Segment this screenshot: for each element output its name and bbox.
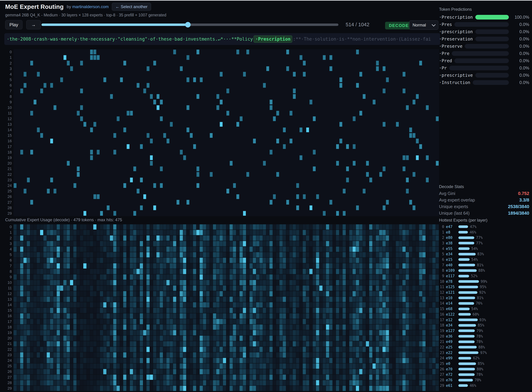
expert-usage-bar xyxy=(458,384,468,387)
layer-number: 6 xyxy=(439,257,444,262)
cumulative-heatmap-label: Cumulative Expert Usage (decode) · 479 t… xyxy=(5,217,122,222)
prediction-percent: 0.0% xyxy=(511,37,529,42)
hottest-experts-title: Hottest Experts (per layer) xyxy=(439,218,487,223)
expert-usage-percent: 77% xyxy=(476,236,483,240)
layer-row-label: 23 xyxy=(2,353,12,357)
routing-heatmap[interactable] xyxy=(14,49,439,216)
model-subtitle: gemma4 26B Q4_K - Medium · 30 layers × 1… xyxy=(5,13,166,18)
layer-row-label: 15 xyxy=(2,133,12,138)
layer-row-label: 4 xyxy=(2,72,12,77)
expert-usage-bar xyxy=(458,324,476,327)
hottest-expert-row: 18e3485% xyxy=(439,322,529,328)
expert-id: e68 xyxy=(446,307,458,311)
stat-label: Avg expert overlap xyxy=(439,198,475,203)
layer-row-label: 14 xyxy=(2,128,12,132)
timeline-slider[interactable] xyxy=(42,23,338,26)
hottest-expert-row: 22e2588% xyxy=(439,345,529,350)
hottest-expert-row: 15e6854% xyxy=(439,306,529,312)
layer-row-label: 17 xyxy=(2,145,12,149)
expert-usage-percent: 85% xyxy=(478,323,484,327)
layer-number: 29 xyxy=(439,383,444,388)
expert-id: e47 xyxy=(446,225,458,229)
prediction-bar xyxy=(475,15,509,19)
layer-number: 12 xyxy=(439,290,444,294)
layer-number: 0 xyxy=(439,225,444,229)
prediction-percent: 0.0% xyxy=(511,51,529,56)
expert-usage-percent: 93% xyxy=(480,318,486,322)
expert-usage-bar xyxy=(458,318,478,321)
expert-id: e122 xyxy=(446,312,458,317)
expert-id: e22 xyxy=(446,351,458,355)
expert-id: e34 xyxy=(446,252,458,256)
layer-row-label: 24 xyxy=(2,358,12,363)
expert-id: e0 xyxy=(446,362,458,366)
byline-link[interactable]: martinalderson.com xyxy=(72,4,109,9)
expert-usage-percent: 70% xyxy=(475,378,481,382)
layer-row-label: 29 xyxy=(2,211,12,216)
expert-id: e72 xyxy=(446,373,458,377)
expert-usage-bar xyxy=(458,242,474,244)
layer-row-label: 27 xyxy=(2,200,12,205)
layer-row-label: 20 xyxy=(2,161,12,166)
layer-row-label: 25 xyxy=(2,189,12,193)
expert-usage-bar xyxy=(458,253,476,256)
token-stream[interactable]: ·the·2008·crash·was·merely·the·necessary… xyxy=(4,33,440,45)
timeline-slider-fill xyxy=(42,23,188,26)
expert-id: e25 xyxy=(446,345,458,349)
hottest-expert-row: 6e1554% xyxy=(439,257,529,262)
expert-id: e125 xyxy=(446,285,458,289)
expert-usage-bar xyxy=(458,308,470,310)
cumulative-heatmap[interactable] xyxy=(14,224,439,391)
expert-usage-percent: 88% xyxy=(478,268,485,273)
expert-usage-bar xyxy=(458,351,478,354)
speed-dropdown-value: Normal xyxy=(413,23,426,28)
hottest-expert-row: 1e846% xyxy=(439,229,529,235)
expert-id: e12 xyxy=(446,318,458,322)
progress-counter: 514 / 1042 xyxy=(346,22,369,28)
prediction-bar xyxy=(475,29,509,34)
layer-number: 3 xyxy=(439,241,444,245)
hottest-expert-row: 11e12595% xyxy=(439,284,529,290)
layer-number: 11 xyxy=(439,285,444,289)
expert-usage-percent: 62% xyxy=(473,356,480,360)
hottest-expert-row: 27e7278% xyxy=(439,372,529,378)
expert-usage-percent: 77% xyxy=(476,241,483,245)
expert-usage-percent: 54% xyxy=(471,307,478,311)
stat-value: 3.3/8 xyxy=(519,197,529,203)
expert-id: e14 xyxy=(446,301,458,305)
layer-row-label: 26 xyxy=(2,369,12,374)
play-button[interactable]: Play xyxy=(5,20,23,29)
expert-usage-bar xyxy=(458,231,468,233)
select-another-button[interactable]: ← Select another xyxy=(112,3,151,11)
hottest-expert-row: 0e4747% xyxy=(439,224,529,229)
timeline-slider-thumb[interactable] xyxy=(185,22,191,28)
prediction-percent: 0.0% xyxy=(511,58,529,63)
expert-usage-bar xyxy=(458,247,470,250)
hottest-expert-row: 7e4081% xyxy=(439,262,529,268)
layer-row-label: 12 xyxy=(2,292,12,296)
expert-usage-percent: 88% xyxy=(478,345,485,349)
stat-row: Unique (last 64)1894/3840 xyxy=(439,210,529,216)
step-forward-button[interactable]: → xyxy=(26,20,41,29)
expert-id: e117 xyxy=(446,274,458,278)
expert-usage-bar xyxy=(458,379,473,382)
hottest-expert-row: 20e3678% xyxy=(439,334,529,339)
prediction-bar xyxy=(454,58,509,63)
prediction-percent: 0.0% xyxy=(511,80,529,85)
expert-usage-bar xyxy=(458,362,476,365)
prediction-percent: 0.0% xyxy=(511,22,529,27)
layer-row-label: 0 xyxy=(2,225,12,229)
layer-number: 17 xyxy=(439,318,444,322)
expert-usage-bar xyxy=(458,286,478,288)
layer-row-label: 8 xyxy=(2,269,12,274)
stat-value: 2538/3840 xyxy=(508,204,529,209)
speed-dropdown[interactable]: Normal xyxy=(409,20,438,30)
layer-row-label: 9 xyxy=(2,275,12,279)
expert-usage-percent: 60% xyxy=(472,312,479,317)
hottest-expert-row: 21e4978% xyxy=(439,339,529,345)
hottest-expert-row: 24e9962% xyxy=(439,355,529,361)
layer-row-label: 13 xyxy=(2,297,12,302)
tokens-before-current: ·the·2008·crash·was·merely·the·necessary… xyxy=(7,37,253,42)
expert-id: e40 xyxy=(446,263,458,267)
expert-usage-bar xyxy=(458,346,477,348)
